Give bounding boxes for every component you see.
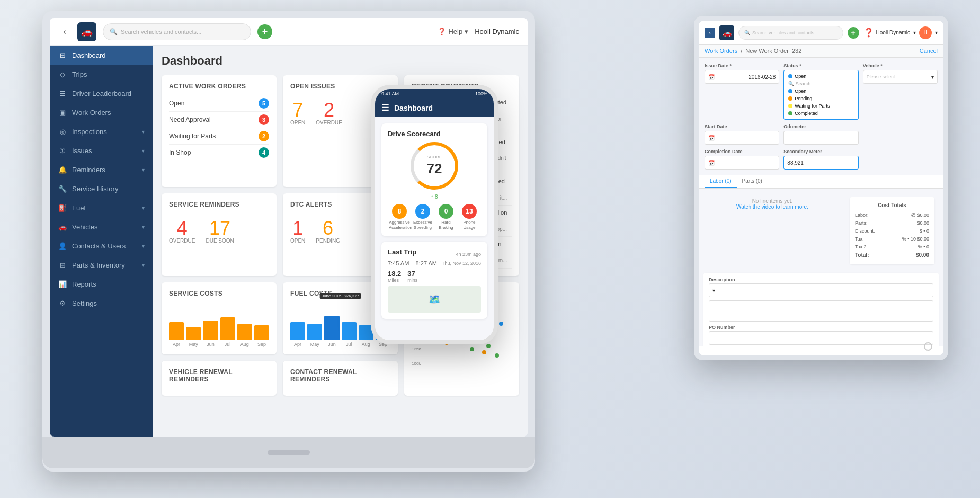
issue-date-input[interactable]: 📅 2016-02-28 (705, 70, 779, 84)
add-button[interactable]: + (257, 24, 272, 39)
tab-parts[interactable]: Parts (0) (737, 175, 768, 188)
sidebar-item-contacts[interactable]: 👤 Contacts & Users ▾ (50, 236, 153, 255)
start-date-field: Start Date 📅 (705, 124, 779, 145)
scatter-dot (482, 350, 486, 354)
tablet-add-button[interactable]: + (848, 27, 859, 39)
trip-date: Thu, Nov 12, 2016 (442, 261, 481, 266)
service-costs-title: Service Costs (169, 290, 269, 297)
po-number-input[interactable] (709, 331, 933, 345)
dashboard-icon: ⊞ (58, 51, 67, 59)
sidebar-item-service-history[interactable]: 🔧 Service History (50, 179, 153, 198)
sidebar-item-dashboard[interactable]: ⊞ Dashboard (50, 46, 153, 65)
breadcrumb-new-work-order: New Work Order (745, 48, 789, 54)
description-input[interactable] (709, 300, 933, 322)
secondary-meter-input[interactable]: 88,921 (783, 156, 858, 170)
costs-area: No line items yet. Watch the video to le… (699, 189, 943, 273)
score-change: ↑ 8 (388, 194, 481, 200)
line-items-area: No line items yet. Watch the video to le… (703, 193, 841, 269)
chevron-icon: ▾ (142, 205, 145, 211)
status-search[interactable]: 🔍 Search (786, 80, 856, 87)
tablet-back-button[interactable]: › (705, 28, 715, 38)
wo-in-shop: In Shop 4 (169, 145, 269, 161)
status-option-completed[interactable]: Completed (786, 110, 856, 117)
calendar-icon: 📅 (708, 135, 715, 141)
tablet-avatar: H (919, 26, 932, 39)
chevron-icon: ▾ (142, 262, 145, 268)
breadcrumb-work-orders[interactable]: Work Orders (705, 48, 737, 54)
sidebar-item-reports[interactable]: 📊 Reports (50, 274, 153, 294)
open-count: 7 OPEN (290, 101, 305, 126)
help-icon: ❓ (438, 28, 446, 35)
sidebar-item-settings[interactable]: ⚙ Settings (50, 294, 153, 313)
odometer-field: Odometer (783, 124, 858, 145)
workorders-icon: ▣ (58, 108, 67, 117)
status-option-pending[interactable]: Pending (786, 95, 856, 102)
odometer-input[interactable] (783, 131, 858, 145)
cancel-button[interactable]: Cancel (920, 48, 938, 54)
dtc-open: 1 OPEN (290, 219, 305, 244)
sidebar-item-driver-leaderboard[interactable]: ☰ Driver Leaderboard (50, 84, 153, 103)
score-label: SCORE (427, 155, 442, 159)
vehicle-select[interactable]: Please select ▾ (863, 70, 938, 84)
overdue-reminders: 4 OVERDUE (169, 219, 195, 244)
stats-row: 8 Aggressive Acceleration 2 Excessive Sp… (388, 204, 481, 230)
trip-mins-stat: 37 mins (407, 270, 417, 283)
phone-header: ☰ Dashboard (375, 99, 494, 117)
completion-date-input[interactable]: 📅 (705, 156, 779, 170)
contact-renewals-title: Contact Renewal Reminders (290, 368, 390, 383)
trip-stats: 18.2 Miles 37 mins (388, 270, 481, 283)
sidebar-item-issues[interactable]: ① Issues ▾ (50, 141, 153, 160)
calendar-icon: 📅 (708, 74, 715, 80)
help-button[interactable]: ❓ Help ▾ (438, 28, 468, 35)
tab-labor[interactable]: Labor (0) (705, 175, 737, 188)
hamburger-icon[interactable]: ☰ (381, 103, 389, 113)
sidebar-item-trips[interactable]: ◇ Trips (50, 65, 153, 84)
status-dot (788, 104, 792, 108)
chart-bar (290, 322, 305, 340)
chevron-icon: ▾ (142, 243, 145, 249)
sidebar-item-reminders[interactable]: 🔔 Reminders ▾ (50, 160, 153, 179)
start-date-input[interactable]: 📅 (705, 131, 779, 145)
sidebar-item-work-orders[interactable]: ▣ Work Orders (50, 103, 153, 122)
secondary-meter-field: Secondary Meter 88,921 (783, 149, 858, 170)
inspections-icon: ◎ (58, 127, 67, 136)
status-dot (788, 74, 792, 78)
scatter-dot (499, 322, 503, 326)
sidebar-item-parts[interactable]: ⊞ Parts & Inventory ▾ (50, 255, 153, 274)
sidebar-item-vehicles[interactable]: 🚗 Vehicles ▾ (50, 217, 153, 236)
status-open[interactable]: Open (786, 73, 856, 80)
status-option-open[interactable]: Open (786, 87, 856, 95)
description-dropdown[interactable]: ▾ (709, 283, 933, 297)
cost-parts: Parts: $0.00 (855, 219, 929, 227)
chart-bar (254, 325, 269, 340)
service-icon: 🔧 (58, 184, 67, 193)
tablet-user-label: Hooli Dynamic (876, 30, 910, 35)
cost-tax: Tax: % • 10 $0.00 (855, 235, 929, 243)
sidebar-item-inspections[interactable]: ◎ Inspections ▾ (50, 122, 153, 141)
status-option-waiting[interactable]: Waiting for Parts (786, 102, 856, 110)
last-trip-header: Last Trip 4h 23m ago (388, 248, 481, 260)
sidebar-item-fuel[interactable]: ⛽ Fuel ▾ (50, 198, 153, 217)
sidebar-label-leaderboard: Driver Leaderboard (72, 90, 131, 97)
laptop-notch (268, 450, 310, 455)
chart-bar (169, 322, 184, 340)
search-bar[interactable]: 🔍 Search vehicles and contacts... (103, 23, 251, 40)
learn-more-link[interactable]: Watch the video to learn more. (709, 204, 836, 210)
work-orders-card-title: Active Work Orders (169, 83, 269, 90)
search-icon: 🔍 (110, 28, 118, 35)
fuel-chart-labels: Apr May Jun Jul Aug Sep (290, 342, 390, 347)
service-costs-card: Service Costs Apr May Jun (162, 282, 277, 354)
status-dropdown[interactable]: Open 🔍 Search Open Pending (783, 70, 858, 120)
sidebar-label-workorders: Work Orders (72, 109, 111, 117)
tablet-search[interactable]: 🔍 Search vehicles and contacts... (738, 26, 843, 40)
service-reminders-card: Service Reminders 4 OVERDUE 17 DUE SOON (162, 193, 277, 275)
issue-date-field: Issue Date * 📅 2016-02-28 (705, 63, 779, 120)
phone-status-bar: 9:41 AM 100% (375, 89, 494, 99)
back-button[interactable]: ‹ (58, 25, 71, 38)
chevron-icon: ▾ (142, 167, 145, 173)
po-number-field: PO Number (709, 325, 933, 345)
status-field: Status * Open 🔍 Search Open (783, 63, 858, 120)
sidebar-label-vehicles: Vehicles (72, 223, 97, 231)
tablet-home-button[interactable] (924, 342, 932, 351)
laptop-base (42, 437, 535, 468)
